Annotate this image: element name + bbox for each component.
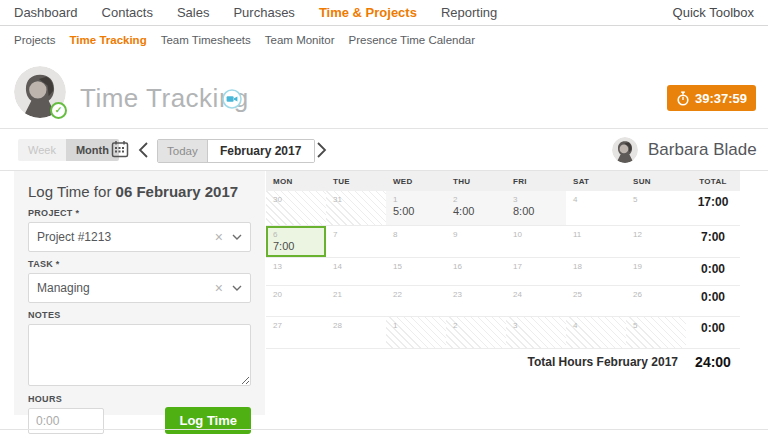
day-number: 27: [266, 317, 326, 330]
calendar-day-cell[interactable]: 20: [266, 286, 326, 316]
day-number: 14: [326, 258, 386, 271]
calendar-day-cell[interactable]: 1: [386, 317, 446, 348]
hours-input[interactable]: [28, 408, 104, 434]
current-user[interactable]: Barbara Blade: [612, 137, 757, 163]
log-time-title-date: 06 February 2017: [116, 183, 239, 200]
next-month-button[interactable]: [316, 141, 328, 159]
week-total: 0:00: [686, 317, 740, 348]
day-number: 19: [626, 258, 686, 271]
calendar-day-cell[interactable]: 25: [566, 286, 626, 316]
calendar-day-cell[interactable]: 22: [386, 286, 446, 316]
calendar-day-cell[interactable]: 5: [626, 317, 686, 348]
nav-item-purchases[interactable]: Purchases: [233, 5, 294, 20]
calendar-day-cell[interactable]: 11: [566, 226, 626, 257]
calendar-icon[interactable]: [111, 140, 129, 158]
calendar-day-cell[interactable]: 8: [386, 226, 446, 257]
chevron-down-icon[interactable]: [232, 285, 242, 291]
calendar-day-cell[interactable]: 67:00: [266, 226, 326, 257]
calendar-day-cell[interactable]: 5: [626, 191, 686, 225]
day-number: 31: [326, 191, 386, 204]
stopwatch-icon: [676, 91, 690, 106]
calendar-header-tue: TUE: [326, 177, 386, 186]
calendar-day-cell[interactable]: 12: [626, 226, 686, 257]
calendar-day-cell[interactable]: 30: [266, 191, 326, 225]
calendar-week-row: 303115:0024:0038:004517:00: [266, 191, 740, 226]
day-number: 4: [566, 317, 626, 330]
day-number: 30: [266, 191, 326, 204]
calendar-week-row: 202122232425260:00: [266, 286, 740, 317]
subnav-item-presence-time-calendar[interactable]: Presence Time Calendar: [348, 34, 475, 46]
nav-item-time-projects[interactable]: Time & Projects: [319, 5, 417, 20]
divider: [0, 128, 768, 129]
calendar-day-cell[interactable]: 4: [566, 191, 626, 225]
calendar-day-cell[interactable]: 7: [326, 226, 386, 257]
calendar-day-cell[interactable]: 26: [626, 286, 686, 316]
today-button[interactable]: Today: [158, 140, 208, 162]
date-navigator: Today February 2017: [157, 139, 315, 163]
calendar-header-mon: MON: [266, 177, 326, 186]
calendar-week-row: 67:007891011127:00: [266, 226, 740, 258]
day-number: 3: [506, 191, 566, 204]
calendar-day-cell[interactable]: 2: [446, 317, 506, 348]
nav-item-dashboard[interactable]: Dashboard: [14, 5, 78, 20]
timer-badge[interactable]: 39:37:59: [667, 85, 756, 111]
day-number: 1: [386, 191, 446, 204]
calendar-day-cell[interactable]: 3: [506, 317, 566, 348]
calendar-week-row: 131415161718190:00: [266, 258, 740, 286]
clear-icon[interactable]: ×: [215, 281, 223, 295]
project-select[interactable]: Project #1213 ×: [28, 222, 251, 252]
calendar-day-cell[interactable]: 13: [266, 258, 326, 285]
calendar-day-cell[interactable]: 18: [566, 258, 626, 285]
day-number: 20: [266, 286, 326, 299]
period-field[interactable]: February 2017: [208, 140, 314, 162]
video-camera-icon[interactable]: [222, 89, 242, 109]
week-toggle-button[interactable]: Week: [18, 139, 66, 161]
calendar-day-cell[interactable]: 14: [326, 258, 386, 285]
calendar-day-cell[interactable]: 21: [326, 286, 386, 316]
day-number: 25: [566, 286, 626, 299]
nav-item-sales[interactable]: Sales: [177, 5, 210, 20]
log-time-panel: Log Time for 06 February 2017 PROJECT * …: [14, 171, 265, 415]
nav-item-contacts[interactable]: Contacts: [102, 5, 153, 20]
day-number: 26: [626, 286, 686, 299]
notes-textarea[interactable]: [28, 324, 251, 386]
clear-icon[interactable]: ×: [215, 230, 223, 244]
day-number: 8: [386, 226, 446, 239]
user-avatar-small: [612, 137, 638, 163]
day-hours: 5:00: [386, 204, 446, 217]
calendar-day-cell[interactable]: 28: [326, 317, 386, 348]
calendar-day-cell[interactable]: 16: [446, 258, 506, 285]
day-number: 2: [446, 317, 506, 330]
calendar-day-cell[interactable]: 10: [506, 226, 566, 257]
view-toggle: Week Month: [18, 139, 119, 161]
calendar-week-row: 2728123450:00: [266, 317, 740, 349]
prev-month-button[interactable]: [138, 141, 150, 159]
day-number: 13: [266, 258, 326, 271]
subnav-item-time-tracking[interactable]: Time Tracking: [70, 34, 147, 46]
subnav-item-team-monitor[interactable]: Team Monitor: [265, 34, 335, 46]
calendar-body: 303115:0024:0038:004517:0067:00789101112…: [266, 191, 740, 349]
chevron-down-icon[interactable]: [232, 234, 242, 240]
quick-toolbox-link[interactable]: Quick Toolbox: [673, 5, 754, 20]
subnav-item-projects[interactable]: Projects: [14, 34, 56, 46]
calendar-header-sun: SUN: [626, 177, 686, 186]
calendar-day-cell[interactable]: 23: [446, 286, 506, 316]
calendar-day-cell[interactable]: 31: [326, 191, 386, 225]
calendar-day-cell[interactable]: 17: [506, 258, 566, 285]
calendar-day-cell[interactable]: 4: [566, 317, 626, 348]
task-select[interactable]: Managing ×: [28, 273, 251, 303]
calendar-day-cell[interactable]: 38:00: [506, 191, 566, 225]
subnav-item-team-timesheets[interactable]: Team Timesheets: [161, 34, 251, 46]
calendar-day-cell[interactable]: 27: [266, 317, 326, 348]
week-total: 7:00: [686, 226, 740, 257]
calendar-day-cell[interactable]: 19: [626, 258, 686, 285]
calendar-day-cell[interactable]: 24: [506, 286, 566, 316]
calendar-day-cell[interactable]: 9: [446, 226, 506, 257]
nav-item-reporting[interactable]: Reporting: [441, 5, 497, 20]
calendar-day-cell[interactable]: 15:00: [386, 191, 446, 225]
calendar-day-cell[interactable]: 15: [386, 258, 446, 285]
hours-group: HOURS: [28, 394, 104, 434]
day-number: 2: [446, 191, 506, 204]
log-time-title-prefix: Log Time for: [28, 183, 116, 200]
calendar-day-cell[interactable]: 24:00: [446, 191, 506, 225]
